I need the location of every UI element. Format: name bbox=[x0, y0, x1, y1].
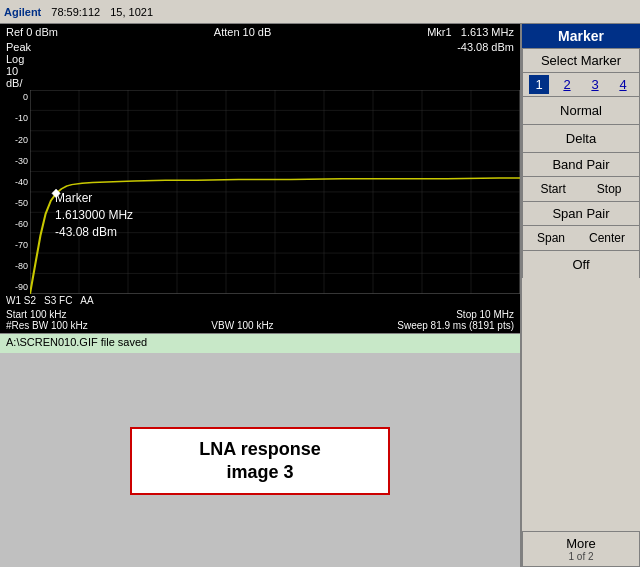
chart-area: 0 -10 -20 -30 -40 -50 -60 -70 -80 -90 bbox=[0, 90, 520, 294]
sidebar-title: Marker bbox=[522, 24, 640, 48]
select-marker-label: Select Marker bbox=[522, 48, 640, 72]
chart-svg bbox=[30, 90, 520, 294]
content-area: Ref 0 dBm Atten 10 dB Mkr1 1.613 MHz Pea… bbox=[0, 24, 640, 567]
marker-3-btn[interactable]: 3 bbox=[585, 75, 604, 94]
band-pair-row: Start Stop bbox=[523, 177, 639, 201]
more-button-section[interactable]: More 1 of 2 bbox=[522, 531, 640, 567]
band-pair-start-btn[interactable]: Start bbox=[532, 180, 573, 198]
span-pair-row: Span Center bbox=[523, 226, 639, 250]
bw-sweep-row: #Res BW 100 kHz VBW 100 kHz Sweep 81.9 m… bbox=[6, 320, 514, 331]
band-pair-stop-btn[interactable]: Stop bbox=[589, 180, 630, 198]
top-bar: Agilent 78:59:112 15, 1021 bbox=[0, 0, 640, 24]
normal-button[interactable]: Normal bbox=[522, 96, 640, 124]
marker-1-btn[interactable]: 1 bbox=[529, 75, 548, 94]
caption-box: LNA response image 3 bbox=[130, 427, 390, 495]
time-display: 78:59:112 bbox=[51, 6, 100, 18]
caption-area: LNA response image 3 bbox=[0, 353, 520, 567]
band-pair-title: Band Pair bbox=[523, 153, 639, 177]
corner-info: W1 S2 S3 FC AA bbox=[0, 294, 520, 307]
spectrum-meta: Peak Log 10 dB/ -43.08 dBm bbox=[0, 40, 520, 90]
spectrum-header: Ref 0 dBm Atten 10 dB Mkr1 1.613 MHz bbox=[0, 24, 520, 40]
marker-4-btn[interactable]: 4 bbox=[613, 75, 632, 94]
y-axis: 0 -10 -20 -30 -40 -50 -60 -70 -80 -90 bbox=[0, 90, 30, 294]
mkr-amp-display: -43.08 dBm bbox=[457, 41, 514, 89]
select-marker-numbers: 1 2 3 4 bbox=[522, 72, 640, 96]
span-pair-center-btn[interactable]: Center bbox=[581, 229, 633, 247]
spectrum-bottom: Start 100 kHz Stop 10 MHz #Res BW 100 kH… bbox=[0, 307, 520, 333]
band-pair-section: Band Pair Start Stop bbox=[522, 152, 640, 201]
status-bar: A:\SCREN010.GIF file saved bbox=[0, 333, 520, 353]
span-pair-span-btn[interactable]: Span bbox=[529, 229, 573, 247]
off-button[interactable]: Off bbox=[522, 250, 640, 278]
mkr-info: Mkr1 1.613 MHz bbox=[427, 26, 514, 38]
ref-display: Ref 0 dBm bbox=[6, 26, 58, 38]
span-pair-section: Span Pair Span Center bbox=[522, 201, 640, 250]
atten-display: Atten 10 dB bbox=[214, 26, 272, 38]
span-pair-title: Span Pair bbox=[523, 202, 639, 226]
sidebar: Marker Select Marker 1 2 3 4 Normal Delt… bbox=[520, 24, 640, 567]
more-label: More bbox=[527, 536, 635, 551]
more-sub-label: 1 of 2 bbox=[527, 551, 635, 562]
delta-button[interactable]: Delta bbox=[522, 124, 640, 152]
grid-container bbox=[30, 90, 520, 294]
coords-display: 15, 1021 bbox=[110, 6, 153, 18]
marker-2-btn[interactable]: 2 bbox=[557, 75, 576, 94]
brand-logo: Agilent bbox=[4, 6, 41, 18]
freq-range-row: Start 100 kHz Stop 10 MHz bbox=[6, 309, 514, 320]
spectrum-panel: Ref 0 dBm Atten 10 dB Mkr1 1.613 MHz Pea… bbox=[0, 24, 520, 567]
scale-info: Peak Log 10 dB/ bbox=[6, 41, 31, 89]
